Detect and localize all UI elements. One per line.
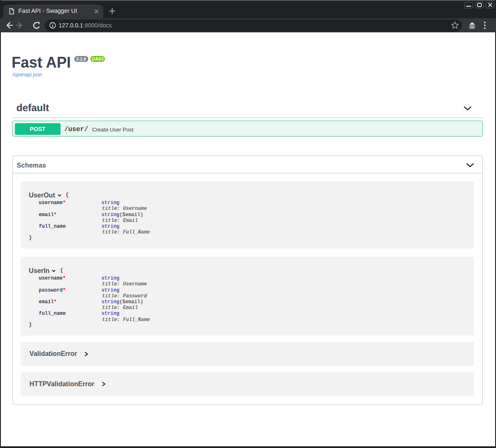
schema-model-UserIn: UserIn { username* stringtitle: Username…: [21, 257, 474, 336]
property-type-line: string($email): [102, 299, 466, 305]
model-properties: username* stringtitle: Username email* s…: [29, 200, 466, 235]
schemas-title: Schemas: [17, 162, 466, 169]
close-brace: }: [29, 322, 466, 328]
property-name: full_name: [29, 224, 102, 235]
property-type: string: [102, 299, 119, 305]
property-value: stringtitle: Full_Name: [102, 224, 466, 235]
property-type: string: [102, 200, 119, 206]
property-name-text: email: [39, 299, 54, 305]
maximize-button[interactable]: [475, 2, 484, 8]
property-name-text: email: [39, 212, 54, 218]
property-name: full_name: [29, 311, 102, 322]
close-brace: }: [29, 235, 466, 241]
oas3-badge: OAS3: [90, 56, 105, 61]
model-properties: username* stringtitle: Username password…: [29, 275, 466, 323]
property-title: title: Username: [102, 281, 466, 287]
model-name: UserOut: [29, 191, 55, 199]
url-text[interactable]: 127.0.0.1:8000/docs: [59, 22, 451, 29]
window-left-edge: [0, 32, 1, 446]
required-star: *: [63, 200, 66, 206]
endpoint-summary: Create User Post: [92, 127, 480, 133]
property-row: username* stringtitle: Username: [29, 200, 466, 212]
property-title: title: Email: [102, 305, 466, 311]
menu-dots-icon[interactable]: [484, 22, 486, 29]
tag-section-header[interactable]: default: [12, 99, 483, 118]
property-type: string: [102, 224, 119, 229]
model-name: UserIn: [29, 267, 50, 275]
model-name: ValidationError: [29, 350, 77, 358]
property-value: string($email)title: Email: [102, 299, 466, 311]
schemas-collapse-chevron-icon[interactable]: [466, 163, 474, 168]
property-name: password*: [29, 287, 102, 299]
tab-close-icon[interactable]: [93, 7, 100, 15]
window-top-edge: [1, 0, 495, 1]
property-row: email* string($email)title: Email: [29, 299, 466, 311]
tab-title: Fast API - Swagger UI: [18, 7, 92, 14]
bookmark-star-icon[interactable]: [451, 21, 459, 29]
minimize-button[interactable]: [464, 2, 473, 8]
window-controls: [464, 2, 494, 8]
property-name: username*: [29, 275, 102, 287]
required-star: *: [54, 299, 57, 305]
back-icon[interactable]: [5, 21, 14, 29]
title-badges: 0.1.0OAS3: [74, 56, 105, 63]
property-name-text: username: [39, 200, 63, 206]
model-collapse-chevron-icon[interactable]: [58, 194, 61, 197]
browser-tab[interactable]: Fast API - Swagger UI: [3, 5, 103, 19]
property-row: full_name stringtitle: Full_Name: [29, 311, 466, 322]
api-title: Fast API: [12, 54, 71, 71]
address-bar[interactable]: 127.0.0.1:8000/docs: [45, 19, 462, 32]
required-star: *: [63, 287, 66, 293]
property-value: string($email)title: Email: [102, 212, 466, 224]
property-type-line: string: [102, 275, 466, 281]
schema-model-ValidationError[interactable]: ValidationError: [21, 342, 474, 366]
property-name-text: username: [39, 275, 63, 281]
required-star: *: [54, 212, 57, 218]
schemas-header[interactable]: Schemas: [13, 156, 482, 173]
property-type-line: string: [102, 224, 466, 229]
property-type: string: [102, 287, 119, 293]
model-collapse-chevron-icon[interactable]: [52, 270, 56, 272]
browser-chrome: Fast API - Swagger UI: [0, 0, 496, 32]
property-type: string: [102, 212, 119, 218]
model-expand-chevron-icon[interactable]: [84, 352, 88, 357]
property-row: password* stringtitle: Password: [29, 287, 466, 299]
property-name-text: full_name: [39, 311, 66, 317]
endpoint-path: /user/: [64, 126, 88, 133]
schemas-section: Schemas UserOut { username* stringtitle:…: [12, 156, 483, 404]
required-star: *: [63, 275, 66, 281]
tag-name: default: [17, 102, 464, 114]
schema-model-HTTPValidationError[interactable]: HTTPValidationError: [21, 372, 474, 396]
property-title: title: Password: [102, 293, 466, 299]
forward-icon[interactable]: [15, 21, 23, 29]
property-type-line: string: [102, 311, 466, 317]
reload-icon[interactable]: [32, 21, 41, 29]
post-endpoint-row[interactable]: POST /user/ Create User Post: [12, 121, 483, 137]
browser-toolbar: 127.0.0.1:8000/docs: [0, 18, 496, 32]
property-name: username*: [29, 200, 102, 212]
openapi-spec-link[interactable]: /openapi.json: [12, 72, 42, 78]
site-info-icon[interactable]: [49, 22, 56, 29]
property-row: full_name stringtitle: Full_Name: [29, 224, 466, 235]
model-name: HTTPValidationError: [29, 380, 94, 388]
schemas-body: UserOut { username* stringtitle: Usernam…: [13, 181, 482, 404]
url-host: 127.0.0.1: [59, 22, 83, 29]
property-name-text: full_name: [39, 224, 66, 229]
model-head[interactable]: UserOut {: [29, 191, 466, 199]
property-type: string: [102, 311, 119, 317]
property-row: email* string($email)title: Email: [29, 212, 466, 224]
model-expand-chevron-icon[interactable]: [102, 382, 106, 387]
tab-strip: Fast API - Swagger UI: [0, 1, 496, 18]
api-info: Fast API0.1.0OAS3 /openapi.json: [12, 54, 496, 77]
property-name: email*: [29, 212, 102, 224]
tag-collapse-chevron-icon[interactable]: [464, 106, 472, 111]
property-type-line: string: [102, 200, 466, 206]
property-title: title: Full_Name: [102, 317, 466, 323]
new-tab-button[interactable]: [106, 5, 118, 17]
close-button[interactable]: [486, 2, 494, 8]
api-title-row: Fast API0.1.0OAS3: [12, 54, 496, 71]
property-type-line: string: [102, 287, 466, 293]
property-name: email*: [29, 299, 102, 311]
swagger-page: Fast API0.1.0OAS3 /openapi.json default …: [0, 32, 496, 446]
model-head[interactable]: UserIn {: [29, 267, 466, 275]
